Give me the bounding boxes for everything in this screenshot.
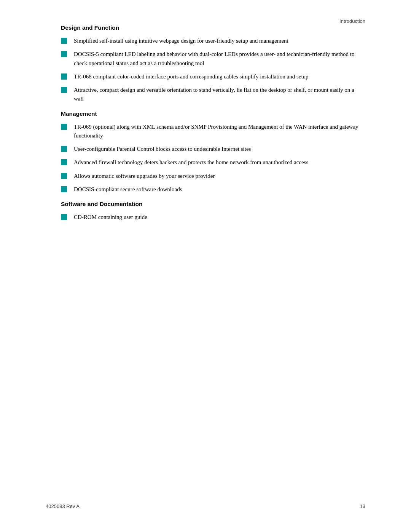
software-documentation-list: CD-ROM containing user guide: [61, 213, 365, 222]
bullet-icon: [61, 73, 67, 80]
bullet-icon: [61, 124, 67, 130]
list-item: TR-068 compliant color-coded interface p…: [61, 72, 365, 81]
design-function-heading: Design and Function: [61, 24, 365, 31]
bullet-icon: [61, 146, 67, 152]
list-item: User-configurable Parental Control block…: [61, 145, 365, 153]
list-item-text: Advanced firewall technology deters hack…: [74, 158, 365, 167]
list-item-text: User-configurable Parental Control block…: [74, 145, 365, 153]
bullet-icon: [61, 51, 67, 57]
software-documentation-heading: Software and Documentation: [61, 201, 365, 208]
list-item-text: Allows automatic software upgrades by yo…: [74, 172, 365, 181]
list-item-text: CD-ROM containing user guide: [74, 213, 365, 222]
bullet-icon: [61, 159, 67, 165]
bullet-icon: [61, 186, 67, 192]
design-function-list: Simplified self-install using intuitive …: [61, 37, 365, 104]
software-documentation-section: Software and Documentation CD-ROM contai…: [61, 201, 365, 222]
management-heading: Management: [61, 110, 365, 117]
management-list: TR-069 (optional) along with XML schema …: [61, 123, 365, 194]
list-item-text: TR-069 (optional) along with XML schema …: [74, 123, 365, 141]
page: Introduction Design and Function Simplif…: [0, 0, 411, 532]
bullet-icon: [61, 173, 67, 179]
list-item-text: Simplified self-install using intuitive …: [74, 37, 365, 45]
header-section-label: Introduction: [339, 18, 365, 24]
bullet-icon: [61, 38, 67, 44]
bullet-icon: [61, 214, 67, 220]
list-item-text: Attractive, compact design and versatile…: [74, 86, 365, 104]
bullet-icon: [61, 87, 67, 93]
list-item: TR-069 (optional) along with XML schema …: [61, 123, 365, 141]
list-item: Allows automatic software upgrades by yo…: [61, 172, 365, 181]
list-item-text: TR-068 compliant color-coded interface p…: [74, 72, 365, 81]
footer-doc-number: 4025083 Rev A: [46, 503, 80, 509]
list-item: DOCSIS-5 compliant LED labeling and beha…: [61, 50, 365, 68]
list-item: Attractive, compact design and versatile…: [61, 86, 365, 104]
design-function-section: Design and Function Simplified self-inst…: [61, 24, 365, 104]
footer: 4025083 Rev A 13: [46, 503, 365, 509]
list-item-text: DOCSIS-5 compliant LED labeling and beha…: [74, 50, 365, 68]
list-item: CD-ROM containing user guide: [61, 213, 365, 222]
list-item-text: DOCSIS-compliant secure software downloa…: [74, 185, 365, 194]
list-item: DOCSIS-compliant secure software downloa…: [61, 185, 365, 194]
list-item: Simplified self-install using intuitive …: [61, 37, 365, 45]
footer-page-number: 13: [360, 503, 365, 509]
list-item: Advanced firewall technology deters hack…: [61, 158, 365, 167]
management-section: Management TR-069 (optional) along with …: [61, 110, 365, 194]
